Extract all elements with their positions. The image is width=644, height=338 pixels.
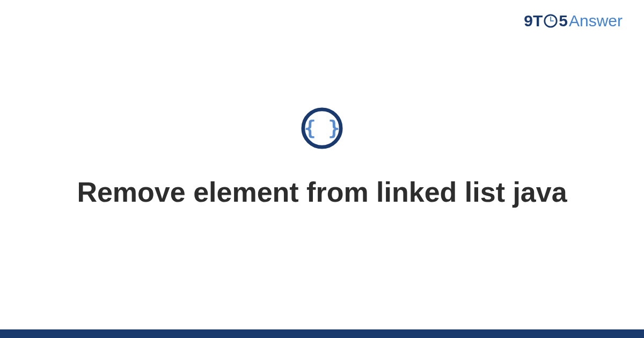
footer-accent-bar bbox=[0, 329, 644, 338]
page-title: Remove element from linked list java bbox=[77, 175, 567, 210]
main-content: { } Remove element from linked list java bbox=[0, 0, 644, 338]
svg-text:{ }: { } bbox=[304, 116, 340, 139]
code-braces-icon: { } bbox=[301, 107, 343, 149]
